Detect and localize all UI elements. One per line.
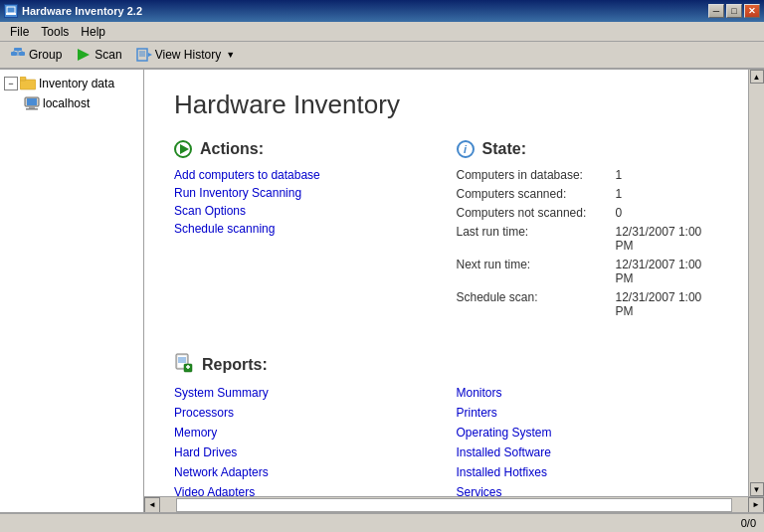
system-summary-link[interactable]: System Summary [174,386,437,400]
hard-drives-link[interactable]: Hard Drives [174,445,437,459]
printers-link[interactable]: Printers [457,406,719,420]
scroll-right-button[interactable]: ► [748,497,764,513]
inventory-data-label: Inventory data [39,77,114,90]
svg-rect-15 [20,77,26,81]
tree-expand-inventory[interactable]: − [4,77,18,90]
state-row-1: Computers scanned: 1 [457,187,719,201]
state-row-4: Next run time: 12/31/2007 1:00 PM [457,258,719,285]
scroll-track [750,84,764,482]
run-scan-link[interactable]: Run Inventory Scanning [174,186,437,200]
scan-button[interactable]: Scan [70,43,127,67]
state-row-3: Last run time: 12/31/2007 1:00 PM [457,225,719,253]
sidebar-item-inventory-data[interactable]: − Inventory data [0,74,143,93]
state-value-3: 12/31/2007 1:00 PM [616,225,719,253]
state-table: Computers in database: 1 Computers scann… [457,168,719,318]
sidebar-item-localhost[interactable]: localhost [0,93,143,113]
svg-rect-9 [137,49,147,61]
group-icon [10,47,26,63]
content-area: Hardware Inventory Actions: Add computer… [144,70,748,496]
scroll-down-button[interactable]: ▼ [750,482,764,496]
reports-section: Reports: System Summary Monitors Process… [174,353,718,496]
monitors-link[interactable]: Monitors [457,386,719,400]
state-label-1: Computers scanned: [457,187,616,201]
state-label-4: Next run time: [457,258,616,285]
vertical-scrollbar: ▲ ▼ [748,70,764,496]
memory-link[interactable]: Memory [174,426,437,440]
scan-label: Scan [95,48,121,62]
menu-tools[interactable]: Tools [35,23,75,41]
svg-marker-13 [148,53,152,57]
status-bar: 0/0 [0,512,764,532]
window-controls: ─ □ ✕ [708,4,760,18]
actions-section: Actions: Add computers to database Run I… [174,140,437,323]
svg-rect-1 [6,13,16,15]
state-row-0: Computers in database: 1 [457,168,719,182]
state-value-4: 12/31/2007 1:00 PM [616,258,719,285]
svg-rect-17 [27,98,37,105]
state-value-2: 0 [616,206,623,220]
close-button[interactable]: ✕ [744,4,760,18]
inventory-folder-icon [20,76,36,91]
state-label-3: Last run time: [457,225,616,253]
scroll-up-button[interactable]: ▲ [750,70,764,84]
menu-bar: File Tools Help [0,22,764,42]
app-icon [4,4,18,18]
svg-rect-4 [14,48,22,51]
installed-software-link[interactable]: Installed Software [457,445,719,459]
localhost-computer-icon [24,95,40,111]
svg-rect-14 [20,80,36,89]
main-layout: − Inventory data localhost [0,70,764,512]
installed-hotfixes-link[interactable]: Installed Hotfixes [457,465,719,479]
menu-help[interactable]: Help [75,23,111,41]
h-scrollbar-track[interactable] [176,498,732,512]
toolbar: Group Scan View History ▼ [0,42,764,70]
state-row-2: Computers not scanned: 0 [457,206,719,220]
state-value-0: 1 [616,168,623,182]
svg-rect-2 [11,52,17,56]
video-adapters-link[interactable]: Video Adapters [174,485,437,496]
svg-rect-18 [29,106,35,108]
network-adapters-link[interactable]: Network Adapters [174,465,437,479]
reports-title: Reports: [202,356,268,374]
minimize-button[interactable]: ─ [708,4,724,18]
state-info-icon: i [457,140,475,158]
maximize-button[interactable]: □ [726,4,742,18]
state-value-5: 12/31/2007 1:00 PM [616,290,719,318]
svg-rect-3 [19,52,25,56]
svg-marker-8 [78,49,90,61]
scan-options-link[interactable]: Scan Options [174,204,437,218]
scroll-left-button[interactable]: ◄ [144,497,160,513]
svg-rect-0 [7,7,15,13]
add-computers-link[interactable]: Add computers to database [174,168,437,182]
actions-title: Actions: [200,140,264,158]
view-history-button[interactable]: View History ▼ [130,43,241,67]
history-icon [136,47,152,63]
view-history-label: View History [155,48,221,62]
operating-system-link[interactable]: Operating System [457,426,719,440]
group-button[interactable]: Group [4,43,68,67]
state-value-1: 1 [616,187,623,201]
scan-icon [76,47,92,63]
reports-grid: System Summary Monitors Processors Print… [174,386,718,496]
reports-icon [174,353,194,376]
state-header: i State: [457,140,719,158]
group-label: Group [29,48,62,62]
view-history-arrow: ▼ [226,50,235,60]
state-title: State: [482,140,526,158]
localhost-label: localhost [43,96,90,110]
actions-play-icon [174,140,192,158]
svg-rect-19 [26,108,38,110]
services-link[interactable]: Services [457,485,719,496]
status-text: 0/0 [741,517,756,529]
actions-header: Actions: [174,140,437,158]
schedule-link[interactable]: Schedule scanning [174,222,437,236]
content-scroll-row: Hardware Inventory Actions: Add computer… [144,70,764,496]
reports-header: Reports: [174,353,718,376]
menu-file[interactable]: File [4,23,35,41]
horizontal-scrollbar-area: ◄ ► [144,496,764,512]
window-title: Hardware Inventory 2.2 [22,5,708,17]
state-label-5: Schedule scan: [457,290,616,318]
state-section: i State: Computers in database: 1 Comput… [437,140,719,323]
top-sections: Actions: Add computers to database Run I… [174,140,718,323]
processors-link[interactable]: Processors [174,406,437,420]
